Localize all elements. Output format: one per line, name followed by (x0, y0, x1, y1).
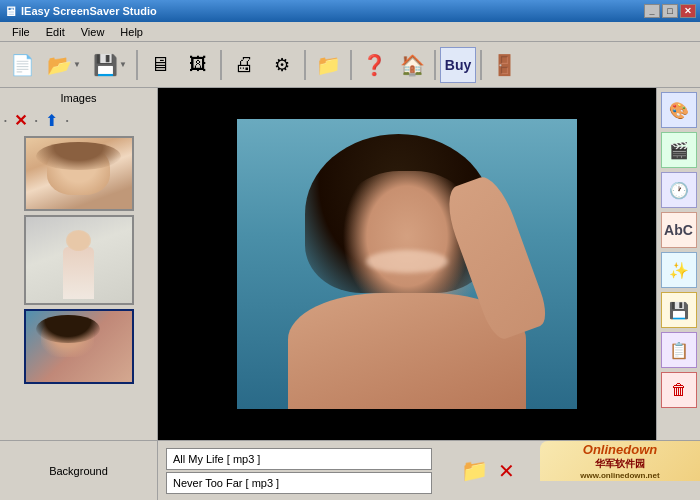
toolbar: 📄 📂 ▼ 💾 ▼ 🖥 🖼 🖨 ⚙ 📁 ❓ 🏠 Buy (0, 42, 700, 88)
watermark-url: www.onlinedown.net (580, 471, 659, 480)
watermark-brand: Onlinedown (583, 442, 657, 457)
watermark: Onlinedown 华军软件园 www.onlinedown.net (540, 441, 700, 481)
list-item[interactable] (24, 309, 134, 384)
toolbar-save-button[interactable]: 💾 ▼ (88, 47, 132, 83)
canvas-area (158, 88, 656, 440)
watermark-sub: 华军软件园 (595, 457, 645, 471)
menu-edit[interactable]: Edit (38, 24, 73, 40)
add-music-icon: 📁 (461, 458, 488, 484)
images-list (0, 132, 157, 440)
right-panel-background-button[interactable]: 🎨 (661, 92, 697, 128)
list-item[interactable] (24, 136, 134, 211)
panel-toolbar-dot3: • (66, 116, 69, 125)
effect-icon: ✨ (669, 261, 689, 280)
toolbar-display-button[interactable]: 🖼 (180, 47, 216, 83)
info-icon: 📋 (669, 341, 689, 360)
right-panel-info-button[interactable]: 📋 (661, 332, 697, 368)
canvas-image (237, 119, 577, 409)
save-icon: 💾 (93, 53, 118, 77)
open-icon: 📂 (47, 53, 72, 77)
toolbar-help-button[interactable]: ❓ (356, 47, 392, 83)
menu-file[interactable]: File (4, 24, 38, 40)
help-icon: ❓ (362, 53, 387, 77)
exit-icon: 🚪 (492, 53, 517, 77)
thumbnail-image (26, 217, 132, 303)
delete-music-icon: ✕ (498, 459, 515, 483)
app-title: IEasy ScreenSaver Studio (21, 5, 644, 17)
panel-toolbar-dot2: • (35, 116, 38, 125)
web-icon: 🏠 (400, 53, 425, 77)
bottom-area: Background All My Life [ mp3 ] Never Too… (0, 440, 700, 500)
right-panel-effect-button[interactable]: ✨ (661, 252, 697, 288)
paint-icon: 🎨 (669, 101, 689, 120)
right-panel-delete-button[interactable]: 🗑 (661, 372, 697, 408)
bottom-left-label: Background (0, 441, 158, 500)
save2-icon: 💾 (669, 301, 689, 320)
toolbar-separator-2 (220, 50, 222, 80)
toolbar-separator-6 (480, 50, 482, 80)
images-panel-toolbar: • ✕ • ⬆ • (0, 108, 157, 132)
toolbar-separator-4 (350, 50, 352, 80)
display-icon: 🖼 (189, 54, 207, 75)
background-label: Background (49, 465, 108, 477)
toolbar-print-button[interactable]: 🖨 (226, 47, 262, 83)
delete-music-button[interactable]: ✕ (492, 457, 520, 485)
main-layout: Images • ✕ • ⬆ • (0, 88, 700, 440)
toolbar-web-button[interactable]: 🏠 (394, 47, 430, 83)
settings-icon: ⚙ (274, 54, 290, 76)
minimize-button[interactable]: _ (644, 4, 660, 18)
images-delete-button[interactable]: ✕ (11, 110, 31, 130)
toolbar-buy-button[interactable]: Buy (440, 47, 476, 83)
thumbnail-image (26, 138, 132, 209)
toolbar-separator-3 (304, 50, 306, 80)
open-dropdown-icon[interactable]: ▼ (73, 60, 81, 69)
title-bar: 🖥 IEasy ScreenSaver Studio _ □ ✕ (0, 0, 700, 22)
toolbar-new-button[interactable]: 📄 (4, 47, 40, 83)
toolbar-separator-1 (136, 50, 138, 80)
bottom-controls: 📁 ✕ (440, 441, 540, 500)
toolbar-preview-button[interactable]: 🖥 (142, 47, 178, 83)
app-icon: 🖥 (4, 4, 17, 19)
maximize-button[interactable]: □ (662, 4, 678, 18)
right-panel-save-button[interactable]: 💾 (661, 292, 697, 328)
menu-bar: File Edit View Help (0, 22, 700, 42)
toolbar-separator-5 (434, 50, 436, 80)
music-item-1[interactable]: All My Life [ mp3 ] (166, 448, 432, 470)
menu-view[interactable]: View (73, 24, 113, 40)
panel-toolbar-dot1: • (4, 116, 7, 125)
images-panel: Images • ✕ • ⬆ • (0, 88, 158, 440)
thumbnail-image (26, 311, 132, 382)
toolbar-folder-button[interactable]: 📁 (310, 47, 346, 83)
add-music-button[interactable]: 📁 (460, 457, 488, 485)
images-panel-title: Images (0, 88, 157, 108)
folder-icon: 📁 (316, 53, 341, 77)
right-panel-text-button[interactable]: AbC (661, 212, 697, 248)
new-icon: 📄 (10, 53, 35, 77)
music-item-2[interactable]: Never Too Far [ mp3 ] (166, 472, 432, 494)
images-up-button[interactable]: ⬆ (42, 110, 62, 130)
list-item[interactable] (24, 215, 134, 305)
toolbar-settings-button[interactable]: ⚙ (264, 47, 300, 83)
clock-icon: 🕐 (669, 181, 689, 200)
music-item-label: All My Life [ mp3 ] (173, 453, 260, 465)
right-panel: 🎨 🎬 🕐 AbC ✨ 💾 📋 🗑 (656, 88, 700, 440)
toolbar-open-button[interactable]: 📂 ▼ (42, 47, 86, 83)
print-icon: 🖨 (234, 53, 254, 76)
preview-icon: 🖥 (150, 53, 170, 76)
music-list-area: All My Life [ mp3 ] Never Too Far [ mp3 … (158, 441, 440, 500)
save-dropdown-icon[interactable]: ▼ (119, 60, 127, 69)
music-item-label: Never Too Far [ mp3 ] (173, 477, 279, 489)
close-button[interactable]: ✕ (680, 4, 696, 18)
delete-icon: 🗑 (671, 381, 687, 399)
right-panel-transition-button[interactable]: 🎬 (661, 132, 697, 168)
window-controls: _ □ ✕ (644, 4, 696, 18)
menu-help[interactable]: Help (112, 24, 151, 40)
right-panel-clock-button[interactable]: 🕐 (661, 172, 697, 208)
text-icon: AbC (664, 222, 693, 238)
toolbar-exit-button[interactable]: 🚪 (486, 47, 522, 83)
film-icon: 🎬 (669, 141, 689, 160)
buy-icon: Buy (445, 57, 471, 73)
